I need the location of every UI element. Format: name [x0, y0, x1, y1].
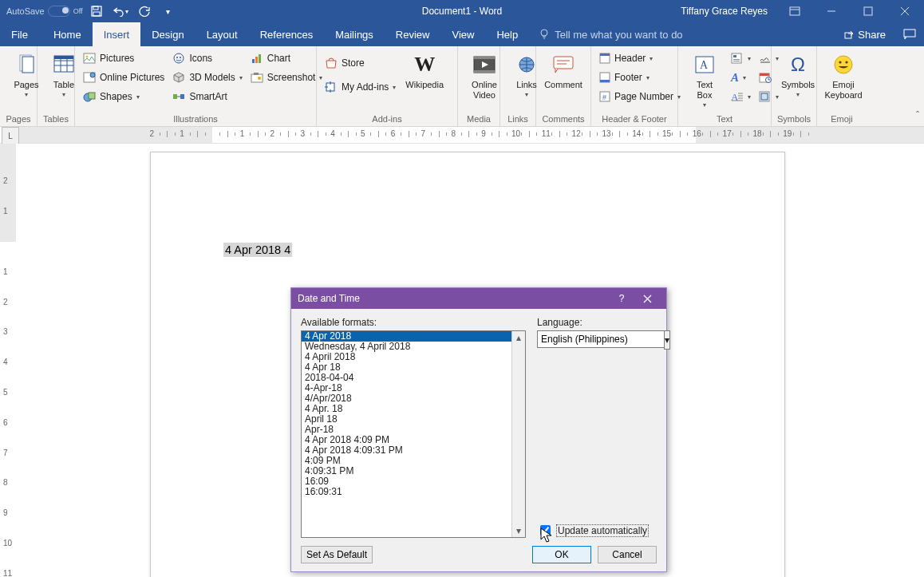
update-automatically-checkbox[interactable]: Update automatically [537, 523, 657, 538]
cancel-button[interactable]: Cancel [598, 546, 657, 563]
scroll-down-icon[interactable]: ▾ [512, 524, 525, 537]
tell-me-search[interactable]: Tell me what you want to do [529, 22, 692, 46]
group-illustrations-label: Illustrations [75, 113, 316, 126]
wikipedia-button[interactable]: W Wikipedia [401, 49, 448, 92]
qat-customize-icon[interactable]: ▾ [158, 2, 179, 21]
collapse-ribbon-icon[interactable]: ˆ [916, 110, 919, 121]
scroll-up-icon[interactable]: ▴ [512, 331, 525, 344]
undo-icon[interactable]: ▾ [110, 2, 131, 21]
page-number-icon: # [599, 91, 610, 102]
set-as-default-button[interactable]: Set As Default [301, 546, 373, 563]
tab-layout[interactable]: Layout [195, 22, 249, 46]
pages-label: Pages [14, 80, 38, 90]
svg-rect-46 [733, 61, 740, 61]
drop-cap-button[interactable]: A▾ [728, 88, 754, 105]
symbols-button[interactable]: Ω Symbols▾ [776, 49, 819, 100]
autosave-state: Off [73, 7, 83, 15]
quick-parts-icon [731, 53, 744, 64]
svg-rect-32 [474, 70, 495, 73]
save-icon[interactable] [86, 2, 107, 21]
svg-point-19 [176, 57, 178, 58]
quick-parts-button[interactable]: ▾ [728, 49, 754, 67]
autosave-switch[interactable] [48, 6, 70, 17]
svg-rect-7 [904, 30, 915, 37]
tab-view[interactable]: View [440, 22, 485, 46]
symbols-icon: Ω [791, 53, 805, 76]
svg-text:#: # [602, 93, 606, 101]
autosave-toggle[interactable]: AutoSave Off [6, 6, 83, 17]
dialog-help-icon[interactable]: ? [609, 288, 634, 309]
svg-rect-2 [93, 12, 100, 16]
store-button[interactable]: Store [322, 54, 399, 72]
group-comments-label: Comments [536, 113, 590, 126]
online-pictures-button[interactable]: Online Pictures [80, 69, 168, 86]
links-icon [517, 56, 536, 73]
page-number-label: Page Number [614, 91, 673, 102]
minimize-icon[interactable] [814, 0, 849, 22]
wikipedia-label: Wikipedia [405, 80, 444, 90]
user-name[interactable]: Tiffany Grace Reyes [673, 6, 776, 17]
footer-icon [599, 72, 610, 83]
format-item[interactable]: 4:09:31 PM [302, 466, 511, 476]
svg-rect-44 [733, 55, 736, 57]
wordart-button[interactable]: A▾ [728, 69, 754, 86]
language-input[interactable] [537, 330, 664, 348]
group-headerfooter-label: Header & Footer [591, 113, 677, 126]
svg-point-20 [180, 57, 181, 58]
screenshot-label: Screenshot [267, 72, 316, 83]
icons-icon [172, 53, 185, 64]
tab-file[interactable]: File [0, 22, 42, 46]
3d-models-button[interactable]: 3D Models ▾ [169, 69, 245, 86]
chart-button[interactable]: Chart [247, 49, 326, 67]
smartart-button[interactable]: SmartArt [169, 88, 245, 105]
group-tables-label: Tables [38, 113, 74, 126]
tab-home[interactable]: Home [42, 22, 93, 46]
language-dropdown-icon[interactable]: ▾ [664, 330, 670, 350]
language-combo[interactable]: ▾ [537, 330, 657, 350]
group-pages-label: Pages [0, 113, 37, 126]
header-button[interactable]: Header▾ [596, 49, 684, 67]
svg-rect-3 [790, 7, 800, 15]
svg-point-54 [839, 61, 841, 63]
maximize-icon[interactable] [851, 0, 886, 22]
shapes-icon [83, 91, 96, 102]
ribbon-options-icon[interactable] [777, 0, 812, 22]
tab-insert[interactable]: Insert [93, 22, 141, 46]
group-media-label: Media [458, 113, 500, 126]
format-item[interactable]: 16:09:31 [302, 487, 511, 497]
share-button[interactable]: Share [834, 22, 895, 46]
language-label: Language: [537, 317, 657, 328]
svg-text:A: A [700, 59, 709, 71]
screenshot-button[interactable]: Screenshot▾ [247, 69, 326, 86]
update-checkbox-input[interactable] [540, 525, 551, 536]
svg-rect-34 [554, 57, 573, 69]
redo-icon[interactable] [134, 2, 155, 21]
pictures-button[interactable]: Pictures [80, 49, 168, 67]
icons-button[interactable]: Icons [169, 49, 245, 67]
ok-button[interactable]: OK [532, 546, 591, 563]
tab-design[interactable]: Design [140, 22, 195, 46]
emoji-icon [833, 54, 854, 75]
footer-button[interactable]: Footer▾ [596, 69, 684, 86]
close-icon[interactable] [887, 0, 922, 22]
tell-me-label: Tell me what you want to do [555, 29, 682, 41]
tab-review[interactable]: Review [385, 22, 441, 46]
tab-help[interactable]: Help [485, 22, 529, 46]
my-addins-button[interactable]: My Add-ins ▾ [322, 78, 399, 96]
horizontal-ruler: L 2112345678910111213141516171819 [0, 127, 924, 144]
dialog-close-icon[interactable] [634, 288, 660, 309]
emoji-keyboard-button[interactable]: Emoji Keyboard [822, 49, 865, 102]
page-number-button[interactable]: #Page Number▾ [596, 88, 684, 105]
scroll-track[interactable] [512, 344, 525, 524]
tab-references[interactable]: References [249, 22, 324, 46]
formats-listbox[interactable]: 4 Apr 2018Wednesday, 4 April 20184 April… [301, 330, 526, 538]
text-box-button[interactable]: A Text Box▾ [683, 49, 726, 110]
date-time-icon [759, 72, 772, 83]
shapes-button[interactable]: Shapes▾ [80, 88, 168, 105]
comment-button[interactable]: Comment [541, 49, 586, 92]
tab-selector[interactable]: L [2, 127, 19, 144]
online-video-button[interactable]: Online Video [463, 49, 506, 102]
comments-pane-button[interactable] [895, 22, 924, 46]
tab-mailings[interactable]: Mailings [324, 22, 385, 46]
online-video-label: Online Video [472, 80, 497, 101]
